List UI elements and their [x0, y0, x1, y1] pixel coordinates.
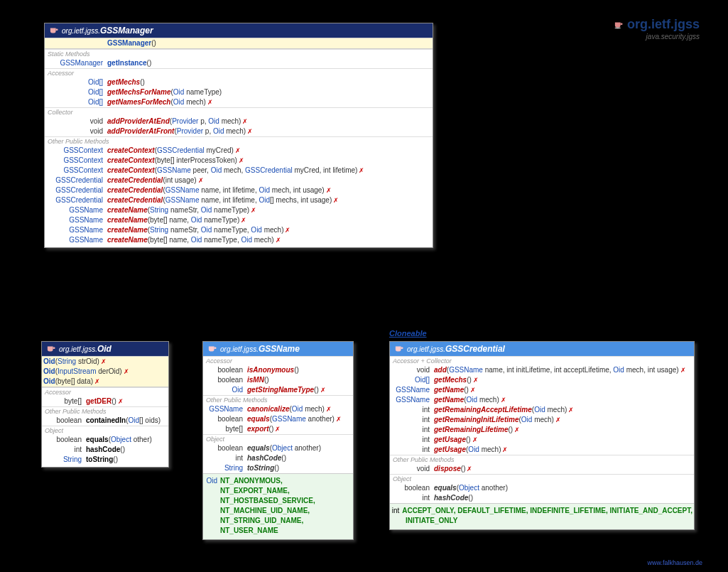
class-oid: org.ietf.jgss.Oid Oid (String strOid)✗ O…: [41, 341, 169, 468]
java-cup-icon: [46, 345, 56, 353]
class-header: org.ietf.jgss.GSSCredential: [390, 342, 694, 356]
class-gssmanager: org.ietf.jgss.GSSManager GSSManager () S…: [44, 23, 433, 248]
class-gssname: org.ietf.jgss.GSSName Accessor booleanis…: [202, 341, 354, 540]
java-cup-icon: [394, 345, 404, 353]
class-header: org.ietf.jgss.Oid: [42, 342, 168, 356]
java-cup-icon: [614, 21, 624, 29]
package-name: org.ietf.jgss: [627, 17, 700, 32]
java-cup-icon: [49, 26, 59, 35]
svg-point-0: [614, 27, 621, 28]
module-name: java.security.jgss: [614, 33, 700, 41]
class-header: org.ietf.jgss.GSSManager: [45, 23, 433, 38]
constructor: GSSManager: [107, 38, 151, 48]
class-header: org.ietf.jgss.GSSName: [203, 342, 353, 356]
interface-cloneable: Cloneable: [389, 329, 427, 338]
package-title: org.ietf.jgss java.security.jgss: [614, 17, 700, 41]
java-cup-icon: [207, 345, 217, 353]
footer-link[interactable]: www.falkhausen.de: [647, 559, 702, 566]
class-gsscredential: org.ietf.jgss.GSSCredential Accessor + C…: [389, 341, 695, 530]
